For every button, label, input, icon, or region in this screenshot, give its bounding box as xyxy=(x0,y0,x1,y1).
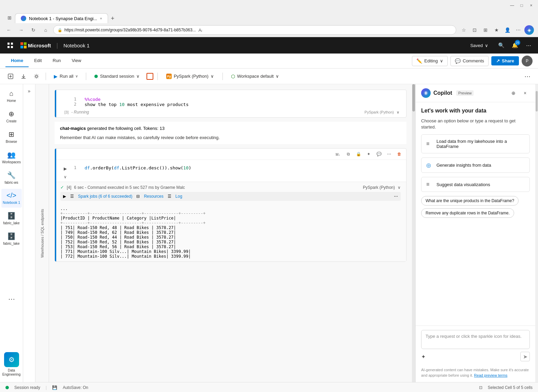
sidebar-item-workspaces[interactable]: 👥 Workspaces xyxy=(1,148,22,167)
notebook-scroll-thumb[interactable] xyxy=(412,84,415,111)
cell-4-run-button[interactable]: ▶ xyxy=(62,165,68,172)
edge-copilot-button[interactable]: ◈ xyxy=(524,25,534,35)
svg-rect-2 xyxy=(7,46,10,48)
copilot-chip-1[interactable]: What are the unique products in the Data… xyxy=(421,196,519,206)
cell-tool-sparkle[interactable]: ✦ xyxy=(365,150,373,158)
copilot-close-button[interactable]: × xyxy=(520,88,530,98)
copilot-scrollbar[interactable] xyxy=(535,84,538,382)
svg-rect-3 xyxy=(11,46,13,48)
cell-tool-more[interactable]: ⋯ xyxy=(385,150,393,158)
grid-menu-button[interactable] xyxy=(4,39,16,51)
menu-tab-edit[interactable]: Edit xyxy=(29,55,47,67)
saved-button[interactable]: Saved ∨ xyxy=(467,42,492,49)
new-tab-button[interactable]: + xyxy=(108,14,118,23)
menu-tab-run[interactable]: Run xyxy=(47,55,66,67)
reload-button[interactable]: ↻ xyxy=(29,25,38,35)
cell-4-expand-button[interactable]: ∨ xyxy=(62,174,68,180)
resources-label[interactable]: Resources xyxy=(144,194,163,199)
sidebar-item-fabric-lake2[interactable]: 🗄️ fabric_lake xyxy=(1,229,22,248)
notebook-scrollbar[interactable] xyxy=(412,84,415,382)
copilot-text-input[interactable]: Type a request or click the sparkle icon… xyxy=(421,330,530,349)
share-button[interactable]: ↗ Share xyxy=(491,56,519,65)
cell-4-chevron[interactable]: ∨ xyxy=(398,185,401,190)
sidebar-item-browse[interactable]: ⊞ Browse xyxy=(1,127,22,147)
create-icon: ⊕ xyxy=(9,110,14,118)
browser-favorites-button[interactable]: ★ xyxy=(492,25,501,35)
editing-button[interactable]: ✏️ Editing ∨ xyxy=(412,56,448,66)
url-bar[interactable]: 🔒 https://msit.powerbi.com/groups/32a98b… xyxy=(53,25,456,35)
sidebar-item-fabric-ws[interactable]: 🔧 fabric-ws xyxy=(1,168,22,187)
spark-jobs-more[interactable]: ⋯ xyxy=(394,194,398,199)
stop-button[interactable] xyxy=(147,73,153,80)
sidebar-item-create[interactable]: ⊕ Create xyxy=(1,107,22,126)
table-sep-top: +----------+---------------------+------… xyxy=(60,211,401,216)
data-engineering-button[interactable]: ⚙ xyxy=(4,352,19,367)
copilot-send-button[interactable]: ➤ xyxy=(520,352,530,361)
menu-tab-home[interactable]: Home xyxy=(5,55,29,67)
cell-4: M↓ ⧉ 🔒 ✦ 💬 ⋯ 🗑 ▶ ∨ 1 xyxy=(55,148,406,262)
cell-tool-delete[interactable]: 🗑 xyxy=(395,150,403,158)
tab-close-button[interactable]: × xyxy=(100,16,102,20)
back-button[interactable]: ← xyxy=(4,25,14,35)
menu-tab-view[interactable]: View xyxy=(66,55,87,67)
copilot-chip-2[interactable]: Remove any duplicate rows in the DataFra… xyxy=(421,208,514,218)
session-button[interactable]: Standard session ∨ xyxy=(90,72,143,80)
workspace-button[interactable]: ⬡ Workspace default ∨ xyxy=(227,72,283,81)
copilot-pin-button[interactable]: ⊕ xyxy=(509,88,518,98)
maximize-button[interactable]: □ xyxy=(519,3,524,8)
workspace-icon: ⬡ xyxy=(231,74,235,79)
log-label[interactable]: Log xyxy=(175,194,182,199)
expand-panel: » xyxy=(23,84,35,382)
notification-button[interactable]: 🔔 25 xyxy=(509,40,520,51)
close-window-button[interactable]: × xyxy=(528,3,534,8)
cell-4-status-text: 6 sec - Command executed in 5 sec 527 ms… xyxy=(74,185,185,190)
search-button[interactable]: 🔍 xyxy=(496,40,507,51)
table-data-row-7: | 772| Mountain-100 Silv...| Mountain Bi… xyxy=(60,254,401,259)
copilot-option-visualizations[interactable]: ≡ Suggest data visualizations xyxy=(421,177,530,192)
cell-tool-lock[interactable]: 🔒 xyxy=(354,150,363,158)
download-button[interactable] xyxy=(18,71,29,81)
tab-list-icon[interactable]: ⊞ xyxy=(4,12,15,23)
copilot-subtext: Choose an option below or type a request… xyxy=(421,118,530,130)
topbar-separator: | xyxy=(57,42,58,49)
sidebar-more-button[interactable]: ⋯ xyxy=(1,292,22,306)
browser-collections-button[interactable]: ⊡ xyxy=(470,25,479,35)
pyspark-button[interactable]: Py PySpark (Python) ∨ xyxy=(162,72,218,81)
table-data-row-6: | 771| Mountain-100 Silv...| Mountain Bi… xyxy=(60,249,401,254)
browser-split-button[interactable]: ⊞ xyxy=(481,25,490,35)
expand-sidebar-button[interactable]: » xyxy=(27,87,32,95)
edge-icon: ◈ xyxy=(527,27,531,33)
status-sep: | xyxy=(46,385,47,390)
copilot-scroll-thumb[interactable] xyxy=(536,91,538,111)
home-button[interactable]: ⌂ xyxy=(41,25,50,35)
cell-tool-md[interactable]: M↓ xyxy=(334,150,342,158)
cell-tool-comment[interactable]: 💬 xyxy=(375,150,383,158)
browser-profile-button[interactable]: 👤 xyxy=(503,25,512,35)
cell-tool-copy[interactable]: ⧉ xyxy=(344,150,352,158)
copilot-option-generate-insights[interactable]: ◎ Generate insights from data xyxy=(421,157,530,173)
add-cell-button[interactable] xyxy=(5,71,16,81)
cell-3: 1 %%code 2 show the top 10 most expensiv… xyxy=(55,90,406,118)
cell-3-chevron[interactable]: ∨ xyxy=(397,110,399,115)
sidebar-item-home[interactable]: ⌂ Home xyxy=(1,87,22,106)
sidebar-item-notebook1[interactable]: </> Notebook 1 xyxy=(1,189,22,208)
comments-button[interactable]: 💬 Comments xyxy=(450,56,489,66)
copilot-footer-link[interactable]: Read preview terms xyxy=(474,373,507,377)
expand-icon[interactable]: ▶ xyxy=(63,194,66,199)
more-options-button[interactable]: ⋯ xyxy=(523,40,534,51)
sidebar-item-fabric-lake1[interactable]: 🗄️ fabric_lake xyxy=(1,209,22,228)
table-header-row: |ProductID | ProductName | Category |Lis… xyxy=(60,216,401,221)
browser-star-button[interactable]: ☆ xyxy=(459,25,468,35)
active-tab[interactable]: Notebook 1 - Synapse Data Engi... × xyxy=(15,13,108,23)
run-all-button[interactable]: ▶ Run all ∨ xyxy=(50,72,82,81)
browser-more-button[interactable]: ⋯ xyxy=(513,25,523,35)
selected-cell-label: Selected Cell 5 of 5 cells xyxy=(488,385,533,390)
user-profile-button[interactable]: P xyxy=(522,56,533,66)
forward-button[interactable]: → xyxy=(16,25,26,35)
copilot-option-load-data[interactable]: ≡ Load data from my lakehouse into a Dat… xyxy=(421,134,530,153)
minimize-button[interactable]: — xyxy=(509,3,515,8)
toolbar-more-button[interactable]: ⋯ xyxy=(522,71,533,81)
copilot-sparkle-button[interactable]: ✦ xyxy=(421,353,426,360)
settings-button[interactable] xyxy=(31,71,42,81)
spark-jobs-label[interactable]: Spark jobs (6 of 6 succeeded) xyxy=(78,194,132,199)
